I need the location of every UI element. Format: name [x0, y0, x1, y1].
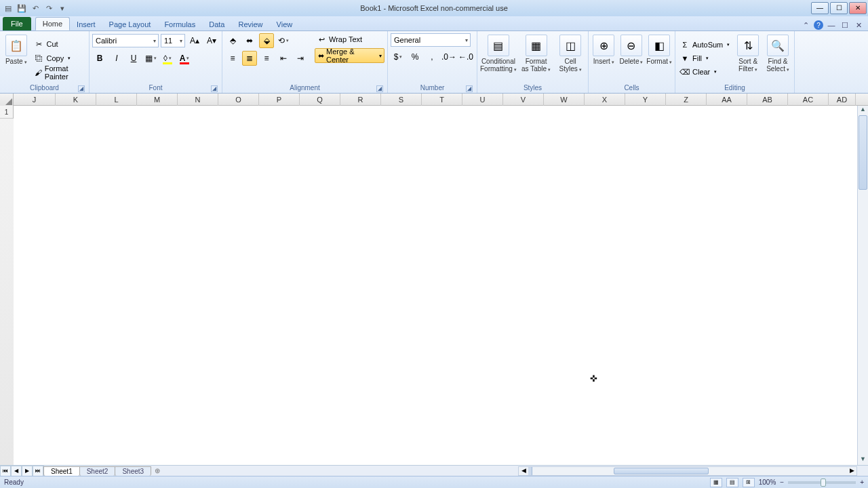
sheet-tab-3[interactable]: Sheet3: [115, 466, 151, 476]
align-middle-button[interactable]: ⬌: [242, 33, 257, 48]
insert-cells-button[interactable]: ⊕Insert: [591, 33, 616, 83]
column-header-X[interactable]: X: [585, 94, 625, 106]
tab-review[interactable]: Review: [231, 18, 269, 30]
fill-color-button[interactable]: ◊: [160, 51, 175, 66]
minimize-button[interactable]: —: [811, 2, 829, 14]
column-header-AB[interactable]: AB: [747, 94, 788, 106]
decrease-indent-button[interactable]: ⇤: [276, 51, 291, 66]
merge-center-button[interactable]: ⬌Merge & Center: [315, 48, 384, 63]
cells-area[interactable]: ✜: [14, 106, 868, 465]
vertical-scrollbar[interactable]: ▲ ▼: [857, 106, 868, 465]
column-header-P[interactable]: P: [259, 94, 300, 106]
italic-button[interactable]: I: [109, 51, 124, 66]
new-sheet-button[interactable]: ⊕: [151, 467, 163, 474]
zoom-slider[interactable]: [788, 481, 856, 484]
tab-home[interactable]: Home: [35, 17, 70, 30]
select-all-corner[interactable]: [0, 94, 14, 106]
workbook-close-icon[interactable]: ✕: [853, 20, 864, 30]
increase-indent-button[interactable]: ⇥: [293, 51, 308, 66]
align-center-button[interactable]: ≣: [242, 51, 257, 66]
align-right-button[interactable]: ≡: [259, 51, 274, 66]
tab-formulas[interactable]: Formulas: [157, 18, 202, 30]
close-button[interactable]: ✕: [849, 2, 867, 14]
tab-view[interactable]: View: [270, 18, 300, 30]
tab-page-layout[interactable]: Page Layout: [102, 18, 158, 30]
accounting-format-button[interactable]: $: [391, 49, 406, 64]
page-break-view-button[interactable]: ⊞: [743, 478, 755, 487]
bold-button[interactable]: B: [92, 51, 107, 66]
font-name-select[interactable]: Calibri: [92, 34, 159, 47]
sheet-nav-next[interactable]: ▶: [22, 466, 33, 476]
scroll-down-icon[interactable]: ▼: [858, 455, 868, 465]
column-header-S[interactable]: S: [381, 94, 422, 106]
column-header-M[interactable]: M: [137, 94, 178, 106]
font-dialog-icon[interactable]: ◢: [211, 85, 218, 92]
maximize-button[interactable]: ☐: [830, 2, 848, 14]
v-scroll-thumb[interactable]: [859, 115, 867, 190]
align-top-button[interactable]: ⬘: [225, 33, 240, 48]
workbook-min-icon[interactable]: —: [826, 20, 837, 30]
column-header-L[interactable]: L: [96, 94, 137, 106]
column-header-Y[interactable]: Y: [625, 94, 666, 106]
undo-icon[interactable]: ↶: [30, 3, 41, 14]
decrease-decimal-button[interactable]: ←.0: [458, 49, 473, 64]
column-header-K[interactable]: K: [56, 94, 96, 106]
align-left-button[interactable]: ≡: [225, 51, 240, 66]
shrink-font-button[interactable]: A▾: [204, 33, 219, 48]
wrap-text-button[interactable]: ↩Wrap Text: [315, 33, 384, 45]
sort-filter-button[interactable]: ⇅Sort & Filter: [734, 33, 762, 83]
h-scroll-split[interactable]: [528, 467, 532, 475]
sheet-nav-first[interactable]: ⏮: [0, 466, 11, 476]
column-header-R[interactable]: R: [340, 94, 381, 106]
column-header-N[interactable]: N: [178, 94, 218, 106]
scroll-right-icon[interactable]: ▶: [847, 467, 856, 475]
workbook-max-icon[interactable]: ☐: [840, 20, 850, 30]
alignment-dialog-icon[interactable]: ◢: [376, 85, 383, 92]
save-icon[interactable]: 💾: [16, 3, 27, 14]
h-scroll-thumb[interactable]: [614, 468, 709, 474]
conditional-formatting-button[interactable]: ▤Conditional Formatting: [480, 33, 517, 83]
column-header-Z[interactable]: Z: [666, 94, 707, 106]
cell-styles-button[interactable]: ◫Cell Styles: [555, 33, 585, 83]
fill-button[interactable]: ▼Fill▾: [678, 52, 732, 64]
number-format-select[interactable]: General: [391, 33, 471, 47]
clear-button[interactable]: ⌫Clear▾: [678, 66, 732, 78]
horizontal-scrollbar[interactable]: ◀ ▶: [518, 466, 857, 476]
tab-insert[interactable]: Insert: [70, 18, 102, 30]
zoom-out-button[interactable]: −: [780, 479, 784, 486]
column-header-U[interactable]: U: [462, 94, 503, 106]
help-icon[interactable]: ?: [814, 20, 823, 30]
column-header-V[interactable]: V: [503, 94, 544, 106]
format-painter-button[interactable]: 🖌Format Painter: [32, 66, 86, 79]
cut-button[interactable]: ✂Cut: [32, 38, 86, 50]
ribbon-minimize-icon[interactable]: ⌃: [800, 20, 811, 30]
scroll-up-icon[interactable]: ▲: [858, 106, 868, 115]
zoom-in-button[interactable]: +: [860, 479, 864, 486]
row-header-1[interactable]: 1: [0, 106, 14, 119]
orientation-button[interactable]: ⟲: [276, 33, 291, 48]
column-header-Q[interactable]: Q: [300, 94, 340, 106]
column-header-J[interactable]: J: [14, 94, 56, 106]
underline-button[interactable]: U: [126, 51, 141, 66]
font-size-select[interactable]: 11: [161, 34, 185, 47]
sheet-nav-last[interactable]: ⏭: [33, 466, 43, 476]
redo-icon[interactable]: ↷: [43, 3, 54, 14]
sheet-nav-prev[interactable]: ◀: [11, 466, 22, 476]
normal-view-button[interactable]: ▦: [710, 478, 722, 487]
tab-data[interactable]: Data: [202, 18, 231, 30]
align-bottom-button[interactable]: ⬙: [259, 33, 274, 48]
format-as-table-button[interactable]: ▦Format as Table: [519, 33, 553, 83]
find-select-button[interactable]: 🔍Find & Select: [764, 33, 791, 83]
column-header-AD[interactable]: AD: [829, 94, 856, 106]
font-color-button[interactable]: A: [177, 51, 192, 66]
column-header-W[interactable]: W: [544, 94, 585, 106]
scroll-left-icon[interactable]: ◀: [519, 467, 528, 475]
increase-decimal-button[interactable]: .0→: [441, 49, 456, 64]
clipboard-dialog-icon[interactable]: ◢: [78, 85, 85, 92]
sheet-tab-2[interactable]: Sheet2: [79, 466, 116, 476]
comma-button[interactable]: ,: [425, 49, 439, 64]
grow-font-button[interactable]: A▴: [187, 33, 202, 48]
borders-button[interactable]: ▦: [143, 51, 158, 66]
column-header-O[interactable]: O: [218, 94, 259, 106]
zoom-knob[interactable]: [821, 479, 826, 487]
